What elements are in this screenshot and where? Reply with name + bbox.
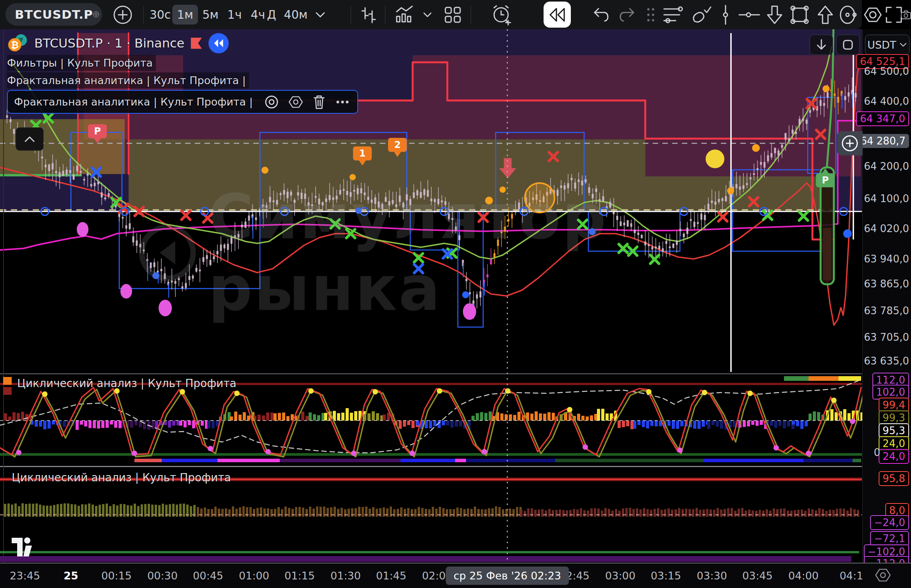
chart-type-dropdown[interactable] [419,0,436,29]
layout-grid-icon [443,5,463,25]
top-toolbar: BTCUSDT.P 30с 1м 5м 1ч 4ч Д 40м [0,0,911,29]
time-tick: 01:45 [376,570,406,582]
price-label: 63 940,0 [864,253,909,265]
screenshot-button[interactable] [901,0,911,29]
price-label: 63 865,0 [864,278,909,290]
tradingview-app: BTCUSDT.P 30с 1м 5м 1ч 4ч Д 40м [0,0,911,588]
gear-icon [863,5,883,25]
price-label: −24,0 [870,515,909,530]
compare-button[interactable] [357,0,380,29]
replay-rewind-button[interactable] [544,2,571,28]
legend-fractal-selected-label: Фрактальная аналитика | Культ Профита | [14,94,256,110]
replay-active-badge[interactable] [208,33,229,53]
trash-icon[interactable] [311,94,327,110]
tf-5m[interactable]: 5м [198,0,223,29]
alert-button[interactable] [488,0,515,29]
flag-icon[interactable] [190,37,203,49]
chart-type-icon [394,5,415,25]
chart-legend: ₿ BTCUSDT.P · 1 · Binance Фильтры | Куль… [7,33,358,114]
compare-icon [360,5,377,24]
time-axis-settings-gear-icon[interactable] [874,567,892,584]
alarm-clock-plus-icon [490,4,513,26]
drag-dots-icon [646,6,655,23]
eye-icon[interactable] [263,94,280,110]
time-tick: 01:00 [239,570,269,582]
chevron-down-icon [899,42,907,48]
add-symbol-button[interactable] [111,0,134,29]
sliders-icon [662,5,683,25]
time-tick: 03:15 [651,570,681,582]
chart-area[interactable]: Симулятор рынка P12P ₿ BTCUSDT.P · 1 · B… [0,29,862,563]
rewind-icon [213,39,224,48]
arrow-down-tool[interactable] [763,0,786,29]
tf-1m[interactable]: 1м [173,0,197,29]
tradingview-logo[interactable] [11,535,38,559]
tf-dropdown[interactable] [312,0,329,29]
chevron-down-icon [315,11,326,18]
time-tick: 01:15 [284,570,315,582]
symbol-logo-icon [93,4,99,25]
pane1-zero-label: 0 [874,447,880,458]
undo-button[interactable] [588,0,613,29]
settings-button[interactable] [862,0,884,29]
price-label: 64 200,0 [864,160,909,172]
price-label: 64 020,0 [864,223,909,234]
tf-1h[interactable]: 1ч [223,0,246,29]
arrow-up-tool[interactable] [814,0,837,29]
symbol-search-button[interactable]: BTCUSDT.P [5,3,102,26]
indicators-button[interactable] [660,0,686,29]
scroll-to-recent-button[interactable] [810,35,833,55]
bitcoin-pair-icon: ₿ [7,33,29,53]
panel-drag-handle[interactable] [643,0,659,29]
pane2-title[interactable]: Циклический анализ | Культ Профита [12,471,231,484]
price-label: 63 785,0 [864,305,909,317]
price-label: 63 635,0 [864,355,909,367]
draw-brush-button[interactable] [689,0,714,29]
svg-text:₿: ₿ [11,40,19,51]
time-tick: 25 [64,570,78,582]
time-tick: 00:15 [101,570,132,582]
currency-toggle[interactable]: USDT [865,35,909,55]
legend-symbol-row: ₿ BTCUSDT.P · 1 · Binance [7,33,358,53]
collapse-legend-button[interactable] [16,127,44,151]
legend-symbol-title[interactable]: BTCUSDT.P · 1 · Binance [34,36,184,51]
vertical-line-tool[interactable] [715,0,736,29]
tf-40m[interactable]: 40м [281,0,310,29]
currency-label: USDT [867,39,896,51]
time-tick: 03:30 [697,570,727,582]
price-label: 24,0 [879,449,909,464]
rectangle-tool[interactable] [787,0,812,29]
legend-filters-row[interactable]: Фильтры | Культ Профита [7,55,156,71]
tf-d[interactable]: Д [260,0,283,29]
time-tick: 03:00 [605,570,636,582]
layout-button[interactable] [440,0,465,29]
maximize-pane-button[interactable] [836,35,860,55]
symbol-name: BTCUSDT.P [15,7,93,21]
chevron-up-icon [24,135,35,143]
plus-circle-icon [113,5,133,25]
legend-fractal-row[interactable]: Фрактальная аналитика | Культ Профита | [7,72,249,88]
time-tick: 04:1 [840,570,863,582]
plus-circle-icon [841,134,859,152]
tf-30s[interactable]: 30с [147,0,173,29]
horizontal-line-icon [738,11,760,19]
legend-fractal-selected-row[interactable]: Фрактальная аналитика | Культ Профита | [7,90,358,114]
pane1-title[interactable]: Циклический анализ | Культ Профита [17,377,237,390]
price-axis[interactable]: USDT 64 525,164 500,064 400,064 347,064 … [862,29,911,563]
time-axis[interactable]: 23:452500:1500:3000:4501:0001:1501:3001:… [0,563,911,588]
more-options-icon[interactable] [334,94,351,110]
redo-button[interactable] [615,0,640,29]
time-tick: 00:30 [147,570,178,582]
crosshair-date-badge: ср 25 Фев '26 02:23 [446,567,569,585]
add-order-plus-button[interactable] [837,131,863,155]
price-label: 64 280,7 [857,134,909,148]
vertical-line-icon [722,5,729,25]
gear-icon[interactable] [287,94,304,110]
ellipse-tool[interactable] [837,0,860,29]
expand-icon [842,39,854,51]
chart-type-button[interactable] [392,0,417,29]
time-tick: 01:30 [330,570,361,582]
arrow-down-icon [816,39,827,51]
camera-icon [901,6,911,23]
horizontal-line-tool[interactable] [736,0,762,29]
